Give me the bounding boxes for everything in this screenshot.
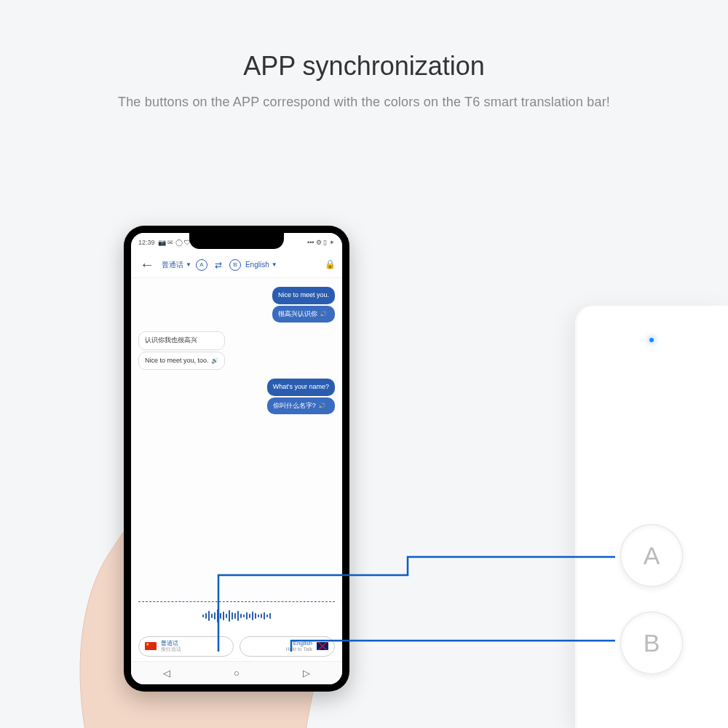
talk-button-b[interactable]: English Hold to Talk <box>240 636 335 657</box>
nav-recent-icon[interactable]: ▷ <box>303 668 310 678</box>
status-icons-right: ••• ⚙ ▯ ✶ <box>307 239 335 246</box>
chat-message: Nice to meet you. 很高兴认识你🔊 <box>272 287 335 324</box>
sound-icon[interactable]: 🔊 <box>318 402 325 411</box>
sound-icon[interactable]: 🔊 <box>211 357 218 365</box>
swap-icon[interactable]: ⇄ <box>212 260 225 270</box>
device-led-icon <box>649 338 654 342</box>
device-button-a[interactable]: A <box>620 524 683 587</box>
sound-icon[interactable]: 🔊 <box>320 310 327 319</box>
page-title: APP synchronization <box>0 0 728 82</box>
flag-cn-icon <box>145 642 157 650</box>
lock-icon[interactable]: 🔒 <box>325 259 336 271</box>
chat-message: 认识你我也很高兴 Nice to meet you, too.🔊 <box>138 331 225 371</box>
waveform <box>138 601 335 630</box>
talk-button-a[interactable]: 普通话 按住说话 <box>138 636 234 657</box>
back-arrow-icon[interactable]: ← <box>137 256 157 273</box>
phone-notch <box>189 233 284 249</box>
chat-area: Nice to meet you. 很高兴认识你🔊 认识你我也很高兴 Nice … <box>131 278 342 601</box>
flag-uk-icon <box>317 642 328 650</box>
app-header: ← 普通话▼ A ⇄ B English▼ 🔒 <box>131 252 342 278</box>
phone-frame: 12:39 📷 ✉ ◯ 🛡 ⬆ ••• ⚙ ▯ ✶ ← 普通话▼ A ⇄ B E… <box>124 226 349 692</box>
translator-device: A B <box>575 306 728 728</box>
android-nav-bar: ◁ ○ ▷ <box>131 661 342 684</box>
app-bottom-bar: 普通话 按住说话 English Hold to Talk <box>131 630 342 661</box>
status-time: 12:39 <box>138 239 155 246</box>
phone-screen: 12:39 📷 ✉ ◯ 🛡 ⬆ ••• ⚙ ▯ ✶ ← 普通话▼ A ⇄ B E… <box>131 233 342 684</box>
page-subtitle: The buttons on the APP correspond with t… <box>0 95 728 110</box>
nav-home-icon[interactable]: ○ <box>234 668 240 678</box>
lang-selector-a[interactable]: 普通话▼ <box>162 260 191 270</box>
lang-badge-b: B <box>229 259 241 271</box>
chat-message: What's your name? 你叫什么名字?🔊 <box>267 379 335 416</box>
lang-selector-b[interactable]: English▼ <box>245 261 277 269</box>
lang-badge-a: A <box>196 259 207 271</box>
device-button-b[interactable]: B <box>620 612 683 674</box>
nav-back-icon[interactable]: ◁ <box>163 668 170 678</box>
